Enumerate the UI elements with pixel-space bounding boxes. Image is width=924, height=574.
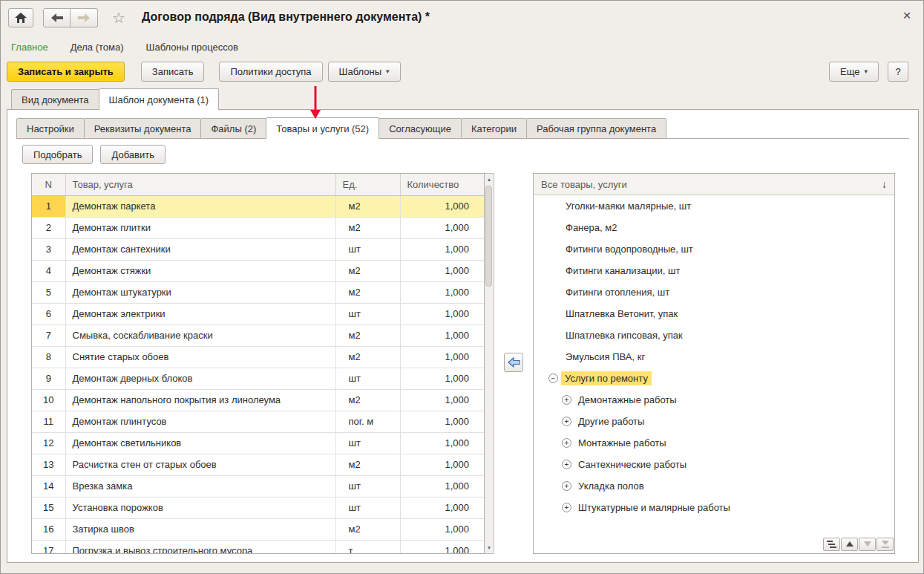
cell-item[interactable]: Расчистка стен от старых обоев — [65, 454, 335, 475]
sub-tab[interactable]: Категории — [461, 118, 527, 139]
cell-unit[interactable]: шт — [335, 497, 400, 518]
main-tab[interactable]: Шаблон документа (1) — [99, 88, 220, 110]
cell-n[interactable]: 9 — [32, 368, 65, 389]
menu-item[interactable]: Дела (тома) — [71, 42, 124, 53]
tree-item-label[interactable]: Укладка полов — [574, 479, 648, 493]
tree-item[interactable]: −Услуги по ремонту — [534, 368, 894, 389]
table-row[interactable]: 14Врезка замкашт1,000 — [32, 475, 484, 497]
table-row[interactable]: 4Демонтаж стяжким21,000 — [32, 260, 484, 281]
cell-n[interactable]: 12 — [32, 432, 65, 454]
transfer-left-button[interactable] — [504, 353, 523, 372]
table-row[interactable]: 8Снятие старых обоевм21,000 — [32, 346, 484, 368]
column-header-n[interactable]: N — [32, 174, 65, 195]
home-button[interactable] — [8, 8, 33, 27]
tree-item[interactable]: +Штукатурные и малярные работы — [534, 497, 894, 518]
tree-item-label[interactable]: Монтажные работы — [574, 436, 670, 450]
table-row[interactable]: 3Демонтаж сантехникишт1,000 — [32, 238, 484, 260]
tree-item[interactable]: +Сантехнические работы — [534, 454, 894, 475]
cell-item[interactable]: Смывка, соскабливание краски — [65, 324, 335, 346]
cell-n[interactable]: 10 — [32, 389, 65, 411]
cell-n[interactable]: 6 — [32, 303, 65, 324]
table-row[interactable]: 7Смывка, соскабливание краским21,000 — [32, 324, 484, 346]
cell-qty[interactable]: 1,000 — [400, 281, 484, 303]
tree-item[interactable]: Фитинги канализации, шт — [534, 260, 894, 281]
tree-item[interactable]: +Укладка полов — [534, 475, 894, 497]
cell-unit[interactable]: м2 — [335, 389, 400, 411]
menu-item[interactable]: Главное — [11, 42, 48, 53]
forward-button[interactable] — [71, 8, 98, 27]
scroll-up-button[interactable]: ▲ — [485, 175, 494, 184]
sub-tab[interactable]: Товары и услуги (52) — [266, 117, 379, 139]
table-row[interactable]: 10Демонтаж напольного покрытия из линоле… — [32, 389, 484, 411]
cell-unit[interactable]: м2 — [335, 454, 400, 475]
cell-n[interactable]: 17 — [32, 540, 65, 554]
cell-n[interactable]: 4 — [32, 260, 65, 281]
table-row[interactable]: 6Демонтаж электрикишт1,000 — [32, 303, 484, 324]
tree-item-label[interactable]: Сантехнические работы — [574, 457, 690, 472]
cell-unit[interactable]: шт — [335, 238, 400, 260]
sub-tab[interactable]: Настройки — [16, 118, 85, 139]
tree-item[interactable]: Шпатлевка гипсовая, упак — [534, 324, 894, 346]
tree-item[interactable]: Фитинги отопления, шт — [534, 281, 894, 303]
cell-item[interactable]: Демонтаж электрики — [65, 303, 335, 324]
tree-header[interactable]: Все товары, услуги ↓ — [534, 174, 894, 195]
cell-item[interactable]: Демонтаж стяжки — [65, 260, 335, 281]
expand-icon[interactable]: + — [562, 395, 571, 405]
table-row[interactable]: 11Демонтаж плинтусовпог. м1,000 — [32, 411, 484, 432]
table-row[interactable]: 5Демонтаж штукатурким21,000 — [32, 281, 484, 303]
column-header-qty[interactable]: Количество — [400, 174, 484, 195]
tree-item[interactable]: Уголки-маяки малярные, шт — [534, 195, 894, 217]
tree-item-label[interactable]: Услуги по ремонту — [561, 371, 652, 385]
expand-icon[interactable]: + — [562, 460, 571, 469]
cell-item[interactable]: Демонтаж сантехники — [65, 238, 335, 260]
expand-icon[interactable]: + — [562, 481, 571, 491]
tree-item-label[interactable]: Фанера, м2 — [562, 221, 620, 235]
table-row[interactable]: 16Затирка швовм21,000 — [32, 518, 484, 540]
cell-unit[interactable]: м2 — [335, 195, 400, 217]
cell-qty[interactable]: 1,000 — [400, 217, 484, 238]
cell-item[interactable]: Демонтаж светильников — [65, 432, 335, 454]
cell-qty[interactable]: 1,000 — [400, 540, 484, 554]
cell-item[interactable]: Демонтаж паркета — [65, 195, 335, 217]
expand-icon[interactable]: + — [562, 438, 571, 448]
table-row[interactable]: 13Расчистка стен от старых обоевм21,000 — [32, 454, 484, 475]
cell-unit[interactable]: м2 — [335, 324, 400, 346]
help-button[interactable]: ? — [888, 62, 908, 82]
cell-item[interactable]: Врезка замка — [65, 475, 335, 497]
column-header-unit[interactable]: Ед. — [335, 174, 400, 195]
move-up-button[interactable] — [841, 538, 858, 551]
expand-icon[interactable]: + — [562, 503, 571, 512]
cell-unit[interactable]: шт — [335, 303, 400, 324]
sub-tab[interactable]: Файлы (2) — [200, 118, 266, 139]
cell-n[interactable]: 13 — [32, 454, 65, 475]
back-button[interactable] — [43, 8, 71, 27]
cell-qty[interactable]: 1,000 — [400, 303, 484, 324]
table-row[interactable]: 12Демонтаж светильниковшт1,000 — [32, 432, 484, 454]
tree-item-label[interactable]: Другие работы — [574, 414, 648, 428]
tree-item[interactable]: Эмульсия ПВА, кг — [534, 346, 894, 368]
column-header-item[interactable]: Товар, услуга — [65, 174, 335, 195]
templates-button[interactable]: Шаблоны ▾ — [328, 62, 401, 82]
more-button[interactable]: Еще ▾ — [829, 62, 879, 82]
sub-tab[interactable]: Согласующие — [379, 118, 462, 139]
hierarchy-levels-button[interactable] — [823, 538, 840, 551]
scrollbar-thumb[interactable] — [485, 186, 492, 287]
cell-unit[interactable]: пог. м — [335, 411, 400, 432]
close-button[interactable]: × — [898, 7, 916, 25]
cell-qty[interactable]: 1,000 — [400, 389, 484, 411]
cell-qty[interactable]: 1,000 — [400, 411, 484, 432]
tree-item-label[interactable]: Демонтажные работы — [574, 393, 681, 407]
cell-n[interactable]: 15 — [32, 497, 65, 518]
cell-n[interactable]: 2 — [32, 217, 65, 238]
table-row[interactable]: 2Демонтаж плитким21,000 — [32, 217, 484, 238]
cell-n[interactable]: 8 — [32, 346, 65, 368]
cell-qty[interactable]: 1,000 — [400, 260, 484, 281]
tree-item[interactable]: Шпатлевка Ветонит, упак — [534, 303, 894, 324]
tree-item-label[interactable]: Шпатлевка гипсовая, упак — [562, 328, 687, 342]
cell-qty[interactable]: 1,000 — [400, 454, 484, 475]
cell-qty[interactable]: 1,000 — [400, 238, 484, 260]
cell-n[interactable]: 14 — [32, 475, 65, 497]
save-and-close-button[interactable]: Записать и закрыть — [7, 62, 125, 82]
tree-item-label[interactable]: Фитинги канализации, шт — [562, 264, 684, 278]
tree-item-label[interactable]: Эмульсия ПВА, кг — [562, 350, 649, 364]
